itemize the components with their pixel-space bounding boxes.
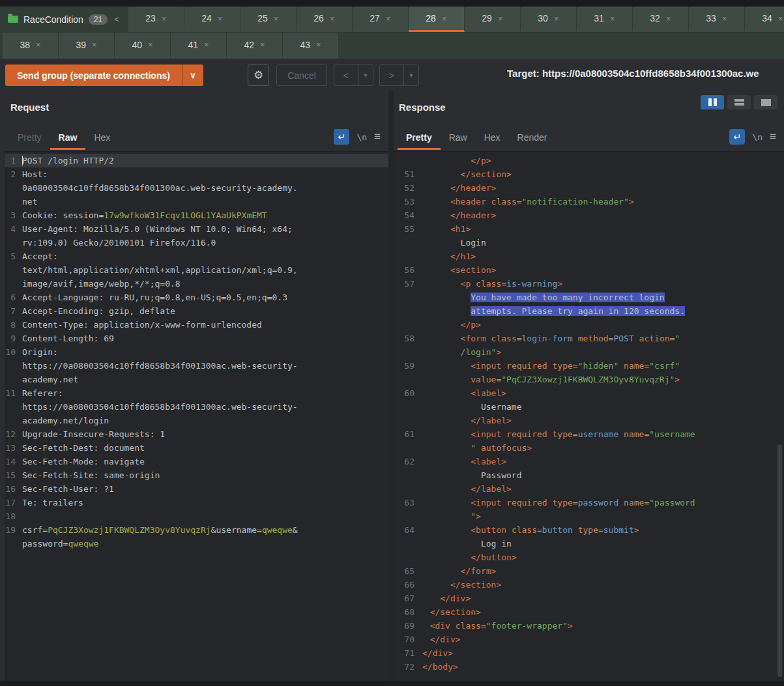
tab-close-icon[interactable]: × [442,14,447,23]
line-number [394,550,420,564]
line-number: 67 [394,592,420,605]
group-name: RaceCondition [23,14,83,25]
repeater-tab-30[interactable]: 30× [521,7,577,32]
tab-close-icon[interactable]: × [204,40,209,50]
panel-splitter[interactable] [388,91,394,681]
code-row: 62<label> [394,455,784,468]
request-editor[interactable]: 1POST /login HTTP/22Host:0a08003504c10ff… [5,151,388,681]
code-row: 58<form class=login-form method=POST act… [394,332,784,345]
response-tab-hex[interactable]: Hex [476,126,509,150]
tab-close-icon[interactable]: × [148,40,153,50]
tab-close-icon[interactable]: × [218,14,223,23]
editor-menu-icon[interactable]: ≡ [374,130,381,143]
request-tab-pretty[interactable]: Pretty [9,126,50,150]
back-dropdown-icon[interactable]: ▾ [358,65,373,85]
group-collapse-icon[interactable]: < [114,14,119,24]
code-row: 9Content-Length: 69 [5,332,388,345]
line-number: 70 [394,633,420,646]
code-row: 12Upgrade-Insecure-Requests: 1 [5,427,388,441]
line-number: 1 [5,154,20,167]
tab-label: 27 [370,13,380,23]
nonprintable-chars-icon[interactable]: \n [752,132,762,142]
tab-close-icon[interactable]: × [778,14,783,23]
line-number: 14 [5,455,20,468]
tab-close-icon[interactable]: × [498,14,503,23]
nonprintable-chars-icon[interactable]: \n [356,132,367,142]
wrap-toggle-icon[interactable]: ↵ [334,129,349,145]
request-tab-raw[interactable]: Raw [50,126,86,150]
tab-close-icon[interactable]: × [666,14,671,23]
code-row: 10Origin: [5,345,388,359]
layout-stacked-button[interactable] [727,95,751,109]
tab-close-icon[interactable]: × [92,40,97,50]
tab-close-icon[interactable]: × [36,40,41,50]
line-number: 56 [394,263,420,277]
response-panel-title: Response [399,102,446,113]
repeater-tab-40[interactable]: 40× [115,33,171,59]
tab-group-header[interactable]: RaceCondition 21 < [0,7,128,32]
repeater-tab-43[interactable]: 43× [283,33,339,59]
code-row: 6Accept-Language: ru-RU,ru;q=0.8,en-US;q… [5,291,388,304]
code-row: </label> [394,414,784,427]
response-scrollbar-thumb[interactable] [777,444,782,677]
send-group-button[interactable]: Send group (separate connections) ∨ [5,64,203,86]
request-tab-hex[interactable]: Hex [85,126,119,150]
response-editor[interactable]: </p>51</section>52</header>53<header cla… [394,151,784,681]
code-row: 59<input required type="hidden" name="cs… [394,359,784,373]
forward-dropdown-icon[interactable]: ▾ [403,65,418,85]
send-options-chevron-icon[interactable]: ∨ [182,64,203,86]
tab-label: 33 [706,13,716,23]
line-number [5,400,20,414]
repeater-tab-34[interactable]: 34× [745,7,784,32]
tab-close-icon[interactable]: × [330,14,335,23]
back-arrow-icon[interactable]: < [334,65,358,85]
code-row: 18 [5,509,388,523]
editor-menu-icon[interactable]: ≡ [770,130,776,143]
repeater-tab-42[interactable]: 42× [227,33,283,59]
response-tab-pretty[interactable]: Pretty [398,126,441,150]
repeater-tab-23[interactable]: 23× [128,7,184,32]
tab-close-icon[interactable]: × [274,14,279,23]
repeater-tab-41[interactable]: 41× [171,33,227,59]
repeater-tab-28[interactable]: 28× [409,7,465,32]
response-tab-render[interactable]: Render [509,126,556,150]
repeater-tab-24[interactable]: 24× [184,7,240,32]
tab-close-icon[interactable]: × [554,14,559,23]
code-row: </h1> [394,250,784,263]
code-row: 51</section> [394,167,784,181]
repeater-tab-26[interactable]: 26× [297,7,353,32]
cancel-button[interactable]: Cancel [276,64,327,86]
tab-close-icon[interactable]: × [162,14,167,23]
history-back-button[interactable]: < ▾ [334,64,373,86]
repeater-tab-32[interactable]: 32× [633,7,689,32]
code-row: 11Referer: [5,386,388,400]
line-number: 13 [5,441,20,455]
code-row: academy.net [5,373,388,386]
repeater-tab-38[interactable]: 38× [3,33,59,59]
editor-layout-toggles [701,95,777,109]
history-forward-button[interactable]: > ▾ [379,64,419,86]
layout-single-button[interactable] [754,95,777,109]
forward-arrow-icon[interactable]: > [380,65,403,85]
repeater-tab-31[interactable]: 31× [577,7,633,32]
response-tab-raw[interactable]: Raw [441,126,476,150]
settings-button[interactable]: ⚙ [248,64,269,86]
line-number: 63 [394,496,420,509]
layout-columns-button[interactable] [701,95,724,109]
repeater-tab-25[interactable]: 25× [240,7,297,32]
tab-close-icon[interactable]: × [260,40,265,50]
wrap-toggle-icon[interactable]: ↵ [729,129,745,145]
tab-close-icon[interactable]: × [386,14,391,23]
tab-close-icon[interactable]: × [610,14,615,23]
repeater-tab-39[interactable]: 39× [59,33,115,59]
tab-close-icon[interactable]: × [722,14,727,23]
repeater-tab-29[interactable]: 29× [465,7,521,32]
tab-label: 26 [313,13,324,23]
repeater-tab-27[interactable]: 27× [353,7,409,32]
line-number [394,291,420,304]
repeater-tab-33[interactable]: 33× [689,7,745,32]
send-group-button-label[interactable]: Send group (separate connections) [5,64,182,86]
tab-close-icon[interactable]: × [316,40,321,50]
line-number: 55 [394,222,420,236]
code-row: 14Sec-Fetch-Mode: navigate [5,455,388,468]
